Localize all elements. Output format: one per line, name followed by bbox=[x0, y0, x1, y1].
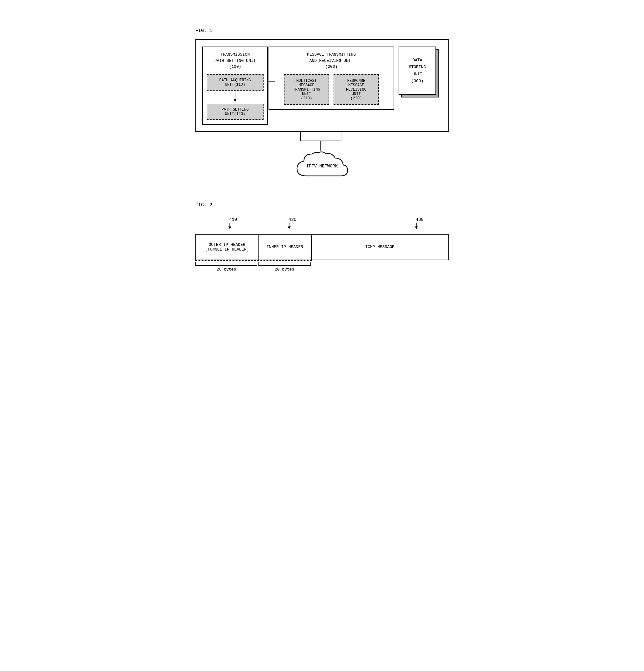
multicast-unit: MULTICAST MESSAGE TRANSMITTING UNIT (210… bbox=[284, 74, 329, 105]
center-down-line bbox=[320, 141, 321, 151]
outer-byte-bracket: 20 bytes bbox=[195, 262, 257, 272]
packet-diagram: 410 420 430 bbox=[195, 217, 449, 278]
inner-ip-cell: INNER IP HEADER bbox=[259, 235, 312, 259]
iptv-cloud-icon: IPTV NETWORK bbox=[288, 149, 356, 184]
arrow-down-icon bbox=[233, 92, 237, 102]
packet-row: OUTER IP HEADER (TUNNEL IP HEADER) INNER… bbox=[195, 234, 449, 260]
anno-420: 420 bbox=[288, 217, 296, 222]
iptv-cloud-section: IPTV NETWORK bbox=[195, 149, 449, 184]
svg-marker-7 bbox=[415, 227, 418, 229]
dsu-front: DATA STORING UNIT (300) bbox=[399, 47, 436, 95]
fig2-label: FIG. 2 bbox=[195, 202, 449, 208]
outer-byte-label: 20 bytes bbox=[195, 267, 257, 272]
inner-byte-bracket: 20 bytes bbox=[258, 262, 311, 272]
iptv-label: IPTV NETWORK bbox=[306, 164, 338, 169]
anno-410: 410 bbox=[229, 217, 237, 222]
right-vert-line bbox=[341, 132, 342, 141]
svg-marker-5 bbox=[288, 227, 291, 229]
dsu-title: DATA STORING UNIT (300) bbox=[409, 57, 426, 84]
tpsu-mtru-line bbox=[268, 81, 269, 81]
mtru-to-iptv-lines bbox=[195, 132, 449, 151]
anno-420-arrow bbox=[286, 223, 292, 229]
anno-430: 430 bbox=[416, 217, 424, 222]
inner-byte-label: 20 bytes bbox=[258, 267, 311, 272]
tpsu-title: TRANSMISSION PATH SETTING UNIT (100) bbox=[207, 52, 263, 70]
lines-down bbox=[275, 132, 369, 151]
fig1-container: TRANSMISSION PATH SETTING UNIT (100) PAT… bbox=[195, 39, 449, 132]
anno-430-group: 430 bbox=[413, 217, 424, 230]
dashed-separator bbox=[195, 260, 449, 261]
anno-420-group: 420 bbox=[286, 217, 296, 230]
anno-410-arrow bbox=[227, 223, 233, 229]
path-acquiring-unit: PATH ACQUIRING UNIT(110) bbox=[207, 74, 263, 91]
mtru-title: MESSAGE TRANSMITTING AND RECEIVING UNIT … bbox=[273, 52, 390, 70]
svg-marker-1 bbox=[234, 99, 237, 102]
annotation-row: 410 420 430 bbox=[195, 217, 449, 233]
tpsu-block: TRANSMISSION PATH SETTING UNIT (100) PAT… bbox=[202, 47, 268, 125]
anno-430-arrow bbox=[413, 223, 420, 229]
fig1-label: FIG. 1 bbox=[195, 28, 449, 34]
outer-ip-cell: OUTER IP HEADER (TUNNEL IP HEADER) bbox=[196, 235, 259, 259]
mtru-block: MESSAGE TRANSMITTING AND RECEIVING UNIT … bbox=[269, 47, 394, 110]
mtru-dsu-group: MESSAGE TRANSMITTING AND RECEIVING UNIT … bbox=[269, 47, 442, 110]
byte-labels-row: 20 bytes 20 bytes bbox=[195, 262, 449, 278]
anno-410-group: 410 bbox=[227, 217, 237, 230]
svg-marker-3 bbox=[228, 227, 231, 229]
tpsu-arrow bbox=[207, 92, 263, 102]
icmp-cell: ICMP MESSAGE bbox=[312, 235, 448, 259]
mtru-subboxes: MULTICAST MESSAGE TRANSMITTING UNIT (210… bbox=[273, 74, 390, 105]
page: FIG. 1 TRANSMISSION PATH SETTING UNIT (1… bbox=[177, 12, 467, 293]
response-unit: RESPONSE MESSAGE RECEIVING UNIT (220) bbox=[334, 74, 379, 105]
path-setting-unit: PATH SETTING UNIT(120) bbox=[207, 104, 263, 120]
dsu-group: DATA STORING UNIT (300) bbox=[399, 47, 442, 100]
left-vert-line bbox=[300, 132, 301, 141]
